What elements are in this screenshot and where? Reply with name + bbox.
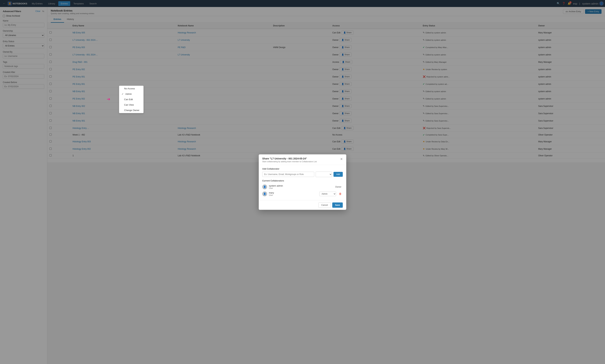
dropdown-item-can-edit[interactable]: Can Edit [119,97,143,102]
collaborator-name: system admin [269,184,333,187]
delete-collaborator-button[interactable]: 🗑 [338,192,343,196]
modal-body: Add Collaborator Can Edit Can View Admin… [259,165,346,200]
dropdown-item-can-view[interactable]: Can View [119,102,143,107]
cancel-button[interactable]: Cancel [318,202,331,208]
current-collaborators-label: Current Collaborators [262,180,343,182]
owner-label: Owner [335,186,341,188]
collaborator-avatar: 👤 [262,191,267,196]
add-collaborator-button[interactable]: Add [333,172,343,177]
modal-overlay[interactable]: Share "L7 University - 001 2024-05-24" S… [0,0,605,364]
save-button[interactable]: Save [332,202,343,208]
collaborator-avatar: 👤 [262,184,267,189]
collaborator-search-input[interactable] [262,172,314,177]
collaborator-info: system admin User [269,184,333,189]
modal-subtitle: Start collaborating by adding team membe… [262,160,317,163]
add-collaborator-label: Add Collaborator [262,168,343,170]
add-collaborator-row: Can Edit Can View Admin Add [262,171,343,177]
collaborator-role-select[interactable]: Can Edit Can View Admin [316,171,332,177]
dropdown-item-change-owner[interactable]: Change Owner [119,107,143,113]
collaborator-row-mary: 👤 mary User Admin Can Edit Can View No A… [262,190,343,197]
collaborator-role-tag: User [269,194,317,196]
mary-permission-select[interactable]: Admin Can Edit Can View No Access [319,192,336,196]
permission-dropdown-menu: No Access Admin Can Edit Can View Change… [119,86,144,113]
collaborator-role-tag: User [269,187,333,189]
collaborator-row-system-admin: 👤 system admin User Owner [262,183,343,190]
modal-title: Share "L7 University - 001 2024-05-24" [262,157,317,160]
share-modal: Share "L7 University - 001 2024-05-24" S… [259,154,346,210]
dropdown-item-admin[interactable]: Admin [119,91,143,97]
modal-footer: Cancel Save [259,200,346,210]
modal-header: Share "L7 University - 001 2024-05-24" S… [259,154,346,165]
dropdown-item-no-access[interactable]: No Access [119,86,143,91]
collaborator-name: mary [269,191,317,194]
collaborator-info: mary User [269,191,317,196]
modal-close-button[interactable]: ✕ [340,157,343,161]
